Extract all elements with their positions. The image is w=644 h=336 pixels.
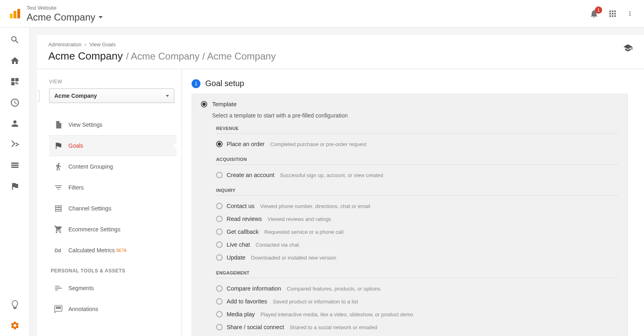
template-option-row[interactable]: Live chatContacted via chat bbox=[216, 238, 619, 251]
collapse-panel-button[interactable] bbox=[37, 90, 39, 102]
view-select-value: Acme Company bbox=[54, 93, 97, 99]
template-option-row[interactable]: Add to favoritesSaved product or informa… bbox=[216, 295, 619, 308]
more-vert-icon[interactable] bbox=[626, 9, 634, 19]
template-option-row[interactable]: Share / social connectShared to a social… bbox=[216, 321, 619, 334]
template-name: Compare information bbox=[227, 285, 281, 292]
menu-view-settings[interactable]: View Settings bbox=[49, 114, 177, 135]
template-option-row[interactable]: Get callbackRequested service or a phone… bbox=[216, 225, 619, 238]
template-option-row[interactable]: Sign upSubscribe to newsletter, update a… bbox=[216, 334, 619, 336]
account-switcher[interactable]: Acme Company bbox=[27, 12, 589, 23]
education-icon[interactable] bbox=[623, 43, 633, 53]
menu-segments[interactable]: Segments bbox=[49, 278, 177, 299]
notifications-button[interactable]: 1 bbox=[589, 9, 599, 19]
discover-icon[interactable] bbox=[10, 300, 20, 309]
breadcrumb: Administration › View Goals bbox=[48, 41, 633, 47]
template-name: Place an order bbox=[227, 141, 264, 147]
menu-label: Channel Settings bbox=[68, 205, 111, 212]
template-desc: Compared features, products, or options bbox=[287, 286, 380, 292]
channel-icon bbox=[54, 204, 63, 213]
view-select[interactable]: Acme Company bbox=[49, 89, 174, 103]
template-option[interactable]: Template bbox=[201, 101, 619, 107]
ga-logo-icon bbox=[9, 8, 20, 19]
menu-channel-settings[interactable]: Channel Settings bbox=[49, 198, 177, 219]
template-desc: Contacted via chat bbox=[256, 242, 299, 248]
left-rail bbox=[0, 28, 30, 336]
behavior-icon[interactable] bbox=[10, 161, 20, 170]
breadcrumb-sep: › bbox=[85, 41, 86, 47]
admin-gear-icon[interactable] bbox=[10, 321, 20, 330]
conversions-icon[interactable] bbox=[10, 181, 20, 191]
svg-rect-1 bbox=[14, 11, 17, 19]
radio-icon bbox=[216, 311, 223, 317]
menu-label: Goals bbox=[68, 142, 83, 149]
breadcrumb-admin[interactable]: Administration bbox=[48, 41, 81, 47]
goal-setup-panel: 1 Goal setup Template Select a template … bbox=[182, 69, 644, 336]
template-desc: Completed purchase or pre-order request bbox=[270, 141, 366, 147]
radio-icon bbox=[216, 285, 223, 292]
template-desc: Successful sign up, account, or view cre… bbox=[280, 172, 384, 178]
segments-icon bbox=[54, 284, 63, 293]
template-option-row[interactable]: Create an accountSuccessful sign up, acc… bbox=[216, 169, 619, 181]
template-section-heading: ACQUISITION bbox=[216, 157, 619, 165]
page-title: Acme Company bbox=[48, 50, 123, 62]
step-title: Goal setup bbox=[205, 79, 244, 88]
menu-label: Segments bbox=[68, 285, 94, 291]
step-badge: 1 bbox=[192, 79, 200, 88]
audience-icon[interactable] bbox=[10, 119, 20, 128]
home-icon[interactable] bbox=[10, 56, 20, 66]
template-name: Share / social connect bbox=[227, 324, 284, 330]
template-option-row[interactable]: UpdateDownloaded or installed new versio… bbox=[216, 251, 619, 264]
view-label: VIEW bbox=[49, 79, 177, 85]
svg-rect-0 bbox=[10, 14, 12, 19]
acquisition-icon[interactable] bbox=[10, 140, 20, 149]
template-name: Contact us bbox=[227, 203, 254, 209]
menu-annotations[interactable]: Annotations bbox=[49, 299, 177, 320]
top-header: Test Website Acme Company 1 bbox=[0, 0, 644, 28]
template-option-row[interactable]: Contact usViewed phone number, direction… bbox=[216, 200, 619, 212]
document-icon bbox=[54, 120, 63, 129]
template-desc: Viewed phone number, directions, chat or… bbox=[260, 203, 370, 209]
annotation-icon bbox=[54, 305, 63, 313]
menu-calculated-metrics[interactable]: Dd Calculated Metrics BETA bbox=[49, 240, 177, 261]
menu-filters[interactable]: Filters bbox=[49, 177, 177, 198]
svg-rect-2 bbox=[17, 9, 20, 18]
chevron-down-icon bbox=[99, 16, 103, 19]
person-run-icon bbox=[54, 162, 63, 171]
template-option-row[interactable]: Media playPlayed interactive media, like… bbox=[216, 308, 619, 321]
menu-content-grouping[interactable]: Content Grouping bbox=[49, 156, 177, 177]
search-icon[interactable] bbox=[10, 35, 20, 45]
template-name: Get callback bbox=[227, 229, 259, 235]
apps-grid-icon[interactable] bbox=[608, 9, 617, 19]
template-section: ACQUISITIONCreate an accountSuccessful s… bbox=[216, 157, 619, 181]
customization-icon[interactable] bbox=[10, 77, 20, 87]
menu-goals[interactable]: Goals bbox=[49, 135, 177, 156]
breadcrumb-current: View Goals bbox=[89, 41, 116, 47]
header-title: Acme Company bbox=[27, 12, 95, 23]
radio-icon bbox=[216, 229, 223, 235]
template-option-row[interactable]: Read reviewsViewed reviews and ratings bbox=[216, 212, 619, 225]
template-option-row[interactable]: Place an orderCompleted purchase or pre-… bbox=[216, 138, 619, 150]
chevron-down-icon bbox=[166, 95, 169, 97]
radio-icon bbox=[216, 298, 223, 305]
radio-icon bbox=[216, 141, 223, 147]
radio-icon bbox=[201, 101, 207, 107]
template-option-row[interactable]: Compare informationCompared features, pr… bbox=[216, 282, 619, 295]
cart-icon bbox=[54, 225, 63, 234]
template-label: Template bbox=[212, 101, 237, 107]
svg-text:Dd: Dd bbox=[55, 248, 61, 254]
template-section: REVENUEPlace an orderCompleted purchase … bbox=[216, 126, 619, 150]
notification-badge: 1 bbox=[595, 6, 602, 14]
template-name: Create an account bbox=[227, 172, 275, 178]
flag-icon bbox=[54, 141, 63, 150]
template-desc: Shared to a social network or emailed bbox=[290, 324, 378, 330]
menu-ecommerce-settings[interactable]: Ecommerce Settings bbox=[49, 219, 177, 240]
menu-label: Annotations bbox=[68, 306, 98, 312]
personal-tools-heading: PERSONAL TOOLS & ASSETS bbox=[49, 268, 177, 274]
menu-label: Calculated Metrics bbox=[68, 247, 115, 254]
template-name: Add to favorites bbox=[227, 298, 267, 305]
radio-icon bbox=[216, 324, 223, 330]
menu-label: Content Grouping bbox=[68, 163, 113, 170]
realtime-icon[interactable] bbox=[10, 98, 20, 107]
template-section-heading: REVENUE bbox=[216, 126, 619, 134]
admin-column: VIEW Acme Company View Settings Goals bbox=[37, 69, 182, 336]
